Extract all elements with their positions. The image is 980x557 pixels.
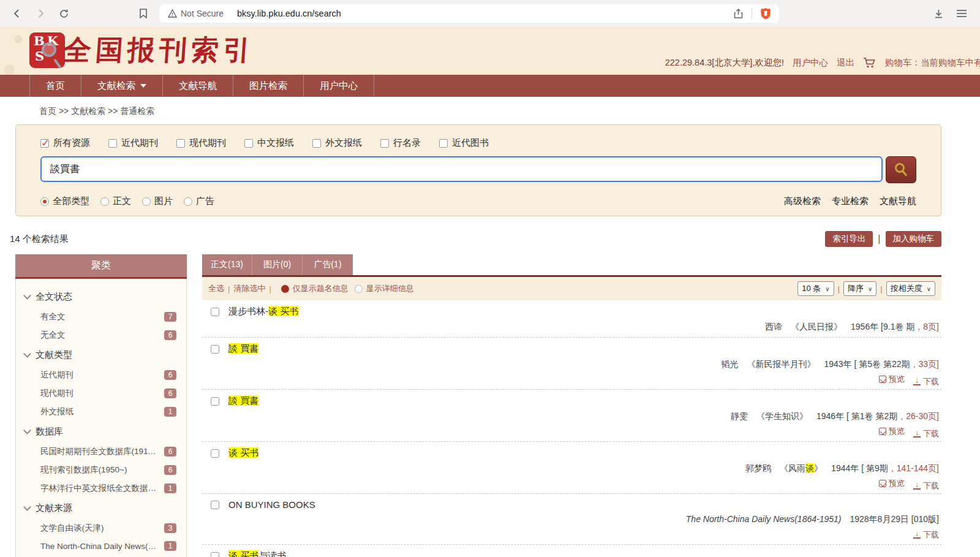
user-center-link[interactable]: 用户中心	[793, 57, 828, 69]
checkbox-icon[interactable]	[380, 139, 389, 148]
resource-checkbox-所有资源[interactable]: 所有资源	[40, 137, 90, 149]
result-title[interactable]: 漫步书林-谈 买书	[228, 306, 298, 317]
nav-item-文献检索[interactable]: 文献检索	[81, 75, 162, 97]
facet-item[interactable]: 文学自由谈(天津)3	[16, 519, 186, 537]
content-type-radio-广告[interactable]: 广告	[184, 195, 214, 207]
view-option-仅显示题名信息[interactable]: 仅显示题名信息	[281, 283, 349, 294]
content-type-radio-图片[interactable]: 图片	[142, 195, 173, 207]
bks-logo-seal[interactable]: B K S	[29, 32, 65, 68]
download-link[interactable]: ↓下载	[913, 376, 939, 387]
facet-item[interactable]: 民国时期期刊全文数据库(1911~19…6	[16, 442, 186, 461]
facet-item[interactable]: The North-China Daily News(1864-1…1	[16, 537, 186, 555]
resource-checkbox-近代图书[interactable]: 近代图书	[439, 137, 489, 149]
download-link[interactable]: ↓下载	[913, 428, 939, 439]
download-label: 下载	[923, 376, 939, 387]
facet-item[interactable]: 有全文7	[16, 308, 186, 326]
quick-link-高级检索[interactable]: 高级检索	[784, 195, 821, 207]
share-icon[interactable]	[729, 5, 747, 22]
download-link[interactable]: ↓下载	[913, 529, 939, 540]
quick-link-文献导航[interactable]: 文献导航	[880, 195, 916, 207]
checkbox-icon[interactable]	[312, 139, 321, 148]
facet-item[interactable]: 近代期刊6	[16, 366, 186, 384]
facet-item[interactable]: 外文报纸1	[16, 403, 186, 421]
download-link[interactable]: ↓下载	[913, 480, 939, 491]
resource-checkbox-现代期刊[interactable]: 现代期刊	[176, 137, 226, 149]
result-title[interactable]: 談 買書	[228, 395, 258, 407]
downloads-icon[interactable]	[930, 5, 947, 22]
reload-icon[interactable]	[55, 5, 72, 22]
checkbox-icon[interactable]	[244, 139, 253, 148]
checkbox-icon[interactable]	[40, 139, 49, 148]
radio-icon[interactable]	[142, 197, 151, 206]
result-title[interactable]: 谈 买书与读书	[228, 550, 286, 557]
forward-icon[interactable]	[32, 5, 49, 22]
facet-item[interactable]: 无全文6	[16, 326, 186, 344]
nav-item-用户中心[interactable]: 用户中心	[303, 75, 374, 97]
facet-item-label: 近代期刊	[40, 369, 159, 381]
facet-section-文献类型[interactable]: 文献类型	[16, 344, 186, 366]
brave-shield-icon[interactable]	[757, 5, 774, 22]
tab-广告(1)[interactable]: 广告(1)	[303, 254, 353, 275]
checkbox-icon[interactable]	[176, 139, 185, 148]
facet-item[interactable]: 字林洋行中英文报纸全文数据库(185…1	[16, 479, 186, 498]
result-checkbox[interactable]	[211, 552, 219, 557]
clear-selected-link[interactable]: 清除选中	[233, 283, 265, 294]
resource-checkbox-近代期刊[interactable]: 近代期刊	[108, 137, 158, 149]
address-bar[interactable]: Not Secure bksy.lib.pku.edu.cn/search	[159, 4, 779, 23]
facet-section-文献来源[interactable]: 文献来源	[16, 498, 186, 519]
menu-icon[interactable]	[953, 5, 970, 22]
checkbox-icon[interactable]	[108, 139, 117, 148]
nav-item-图片检索[interactable]: 图片检索	[233, 75, 303, 97]
view-option-显示详细信息[interactable]: 显示详细信息	[355, 283, 414, 294]
facet-item[interactable]: 学生知识1	[16, 555, 186, 557]
nav-item-首页[interactable]: 首页	[29, 75, 81, 97]
facet-item[interactable]: 现刊索引数据库(1950~)6	[16, 461, 186, 479]
radio-icon[interactable]	[40, 197, 49, 206]
page-size-select[interactable]: 10 条∨	[797, 281, 834, 296]
export-index-button[interactable]: 索引导出	[825, 231, 873, 247]
facet-section-全文状态[interactable]: 全文状态	[16, 286, 186, 308]
result-title[interactable]: ON BUYING BOOKS	[228, 499, 315, 510]
result-checkbox[interactable]	[211, 397, 219, 406]
back-icon[interactable]	[9, 5, 26, 22]
logout-link[interactable]: 退出	[837, 57, 854, 69]
nav-item-文献导航[interactable]: 文献导航	[162, 75, 233, 97]
result-checkbox[interactable]	[211, 449, 219, 458]
result-title[interactable]: 談 買書	[228, 343, 258, 355]
select-all-link[interactable]: 全选	[208, 283, 224, 294]
cart-icon[interactable]	[863, 57, 876, 69]
facet-section-数据库[interactable]: 数据库	[16, 421, 186, 442]
result-checkbox[interactable]	[211, 345, 219, 354]
bookmark-icon[interactable]	[135, 5, 152, 22]
resource-checkbox-中文报纸[interactable]: 中文报纸	[244, 137, 294, 149]
radio-icon[interactable]	[355, 285, 363, 293]
add-to-cart-button[interactable]: 加入购物车	[886, 231, 942, 247]
radio-icon[interactable]	[184, 197, 192, 206]
result-checkbox[interactable]	[211, 308, 219, 316]
content-type-radio-全部类型[interactable]: 全部类型	[40, 195, 89, 207]
facet-item[interactable]: 现代期刊6	[16, 384, 186, 403]
quick-link-专业检索[interactable]: 专业检索	[832, 195, 869, 207]
result-checkbox[interactable]	[211, 501, 219, 509]
radio-icon[interactable]	[100, 197, 109, 206]
sort-select[interactable]: 按相关度∨	[886, 281, 935, 296]
resource-checkbox-外文报纸[interactable]: 外文报纸	[312, 137, 362, 149]
result-title-line: 談 買書	[211, 343, 939, 355]
url-text[interactable]: bksy.lib.pku.edu.cn/search	[237, 9, 725, 18]
search-button[interactable]	[886, 156, 916, 183]
tab-正文(13)[interactable]: 正文(13)	[202, 254, 252, 275]
preview-link[interactable]: 预览	[879, 426, 905, 437]
preview-link[interactable]: 预览	[879, 478, 905, 489]
radio-icon[interactable]	[281, 285, 289, 293]
not-secure-warning[interactable]: Not Secure	[168, 9, 224, 18]
order-select[interactable]: 降序∨	[843, 281, 876, 296]
result-title[interactable]: 谈 买书	[228, 447, 258, 459]
cart-status-link[interactable]: 购物车：当前购物车中有0条记录	[885, 57, 980, 69]
resource-checkbox-行名录[interactable]: 行名录	[380, 137, 421, 149]
content-type-radio-正文[interactable]: 正文	[100, 195, 131, 207]
download-icon: ↓	[913, 482, 921, 490]
preview-link[interactable]: 预览	[879, 374, 905, 385]
search-input[interactable]	[40, 156, 883, 182]
tab-图片(0)[interactable]: 图片(0)	[252, 254, 303, 275]
checkbox-icon[interactable]	[439, 139, 448, 148]
